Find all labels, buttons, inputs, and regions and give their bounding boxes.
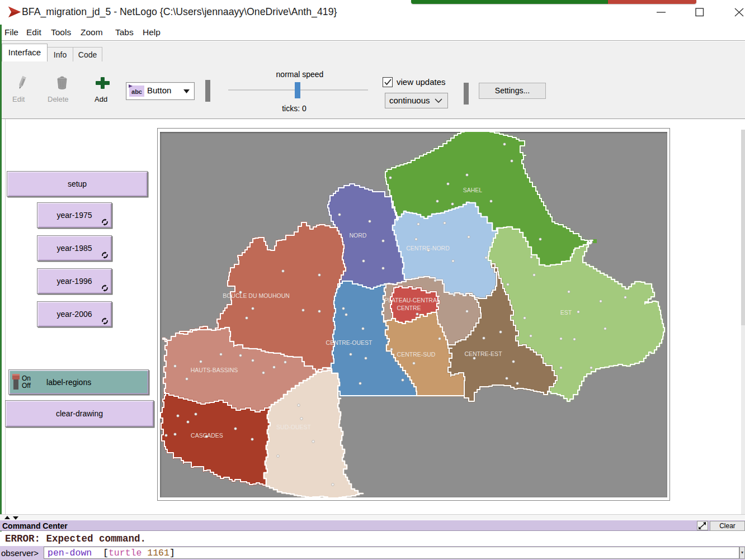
svg-text:EST: EST (560, 309, 572, 316)
svg-text:CENTRE-NORD: CENTRE-NORD (406, 245, 450, 251)
svg-text:CENTRE-OUEST: CENTRE-OUEST (326, 339, 372, 346)
svg-text:SUD-OUEST: SUD-OUEST (276, 424, 311, 430)
svg-text:BOUCLE DU MOUHOUN: BOUCLE DU MOUHOUN (223, 292, 290, 299)
svg-text:NORD: NORD (350, 232, 367, 239)
svg-text:SAHEL: SAHEL (463, 187, 483, 193)
svg-text:CASCADES: CASCADES (191, 432, 223, 439)
svg-text:PLATEAU-CENTRAL: PLATEAU-CENTRAL (384, 297, 440, 303)
svg-text:CENTRE-SUD: CENTRE-SUD (397, 351, 436, 358)
svg-text:HAUTS-BASSINS: HAUTS-BASSINS (191, 367, 238, 373)
svg-text:CENTRE-EST: CENTRE-EST (464, 350, 502, 357)
svg-text:CENTRE: CENTRE (397, 305, 421, 311)
